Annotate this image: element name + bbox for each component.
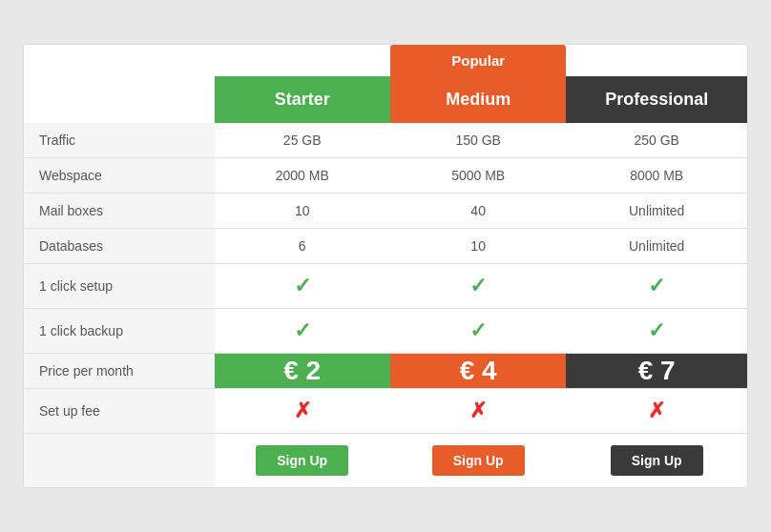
professional-one-click-setup: ✓ xyxy=(566,264,747,309)
one-click-setup-row: 1 click setup ✓ ✓ ✓ xyxy=(24,264,747,309)
starter-databases: 6 xyxy=(215,229,390,264)
professional-header: Professional xyxy=(566,76,747,123)
medium-one-click-backup: ✓ xyxy=(390,309,566,354)
check-icon: ✓ xyxy=(294,318,311,342)
starter-price: € 2 xyxy=(215,354,390,389)
starter-mailboxes: 10 xyxy=(215,194,390,229)
popular-row: Popular xyxy=(24,45,747,76)
medium-setup-fee: ✗ xyxy=(390,389,566,434)
price-label: Price per month xyxy=(24,354,215,389)
databases-label: Databases xyxy=(24,229,215,264)
starter-one-click-backup: ✓ xyxy=(215,309,390,354)
cross-icon: ✗ xyxy=(469,399,487,422)
professional-price: € 7 xyxy=(566,354,747,389)
medium-mailboxes: 40 xyxy=(390,194,566,229)
empty-header-cell xyxy=(24,76,215,123)
check-icon: ✓ xyxy=(648,318,665,342)
professional-databases: Unlimited xyxy=(566,229,747,264)
medium-price: € 4 xyxy=(390,354,566,389)
medium-webspace: 5000 MB xyxy=(390,158,566,194)
medium-one-click-setup: ✓ xyxy=(390,264,566,309)
starter-header: Starter xyxy=(215,76,390,123)
price-row: Price per month € 2 € 4 € 7 xyxy=(24,354,747,389)
starter-webspace: 2000 MB xyxy=(215,158,390,194)
professional-mailboxes: Unlimited xyxy=(566,194,747,229)
professional-webspace: 8000 MB xyxy=(566,158,747,194)
popular-badge-cell: Popular xyxy=(390,45,566,76)
medium-databases: 10 xyxy=(390,229,566,264)
check-icon: ✓ xyxy=(294,274,311,297)
professional-traffic: 250 GB xyxy=(566,123,747,158)
mailboxes-label: Mail boxes xyxy=(24,194,215,229)
medium-signup-button[interactable]: Sign Up xyxy=(432,445,525,476)
cross-icon: ✗ xyxy=(294,399,311,422)
traffic-row: Traffic 25 GB 150 GB 250 GB xyxy=(24,123,747,158)
professional-signup-button[interactable]: Sign Up xyxy=(611,445,703,476)
setup-fee-label: Set up fee xyxy=(24,389,215,434)
check-icon: ✓ xyxy=(469,274,487,297)
starter-signup-cell: Sign Up xyxy=(215,434,390,488)
starter-setup-fee: ✗ xyxy=(215,389,390,434)
professional-setup-fee: ✗ xyxy=(566,389,747,434)
professional-one-click-backup: ✓ xyxy=(566,309,747,354)
medium-header: Medium xyxy=(390,76,566,123)
webspace-label: Webspace xyxy=(24,158,215,194)
mailboxes-row: Mail boxes 10 40 Unlimited xyxy=(24,194,747,229)
professional-popular-cell xyxy=(566,45,747,76)
setup-fee-row: Set up fee ✗ ✗ ✗ xyxy=(24,389,747,434)
check-icon: ✓ xyxy=(648,274,665,297)
traffic-label: Traffic xyxy=(24,123,215,158)
check-icon: ✓ xyxy=(469,318,487,342)
starter-one-click-setup: ✓ xyxy=(215,264,390,309)
starter-traffic: 25 GB xyxy=(215,123,390,158)
databases-row: Databases 6 10 Unlimited xyxy=(24,229,747,264)
medium-traffic: 150 GB xyxy=(390,123,566,158)
starter-signup-button[interactable]: Sign Up xyxy=(256,445,348,476)
professional-signup-cell: Sign Up xyxy=(566,434,747,488)
plan-header-row: Starter Medium Professional xyxy=(24,76,747,123)
one-click-backup-row: 1 click backup ✓ ✓ ✓ xyxy=(24,309,747,354)
medium-signup-cell: Sign Up xyxy=(390,434,566,488)
cross-icon: ✗ xyxy=(648,399,665,422)
signup-row: Sign Up Sign Up Sign Up xyxy=(24,434,747,488)
webspace-row: Webspace 2000 MB 5000 MB 8000 MB xyxy=(24,158,747,194)
one-click-setup-label: 1 click setup xyxy=(24,264,215,309)
signup-empty-cell xyxy=(24,434,215,488)
one-click-backup-label: 1 click backup xyxy=(24,309,215,354)
pricing-table-wrapper: Popular Starter Medium Professional Traf… xyxy=(23,44,748,488)
empty-cell xyxy=(24,45,215,76)
pricing-table: Popular Starter Medium Professional Traf… xyxy=(24,45,747,487)
starter-popular-cell xyxy=(215,45,390,76)
popular-badge: Popular xyxy=(390,45,566,76)
